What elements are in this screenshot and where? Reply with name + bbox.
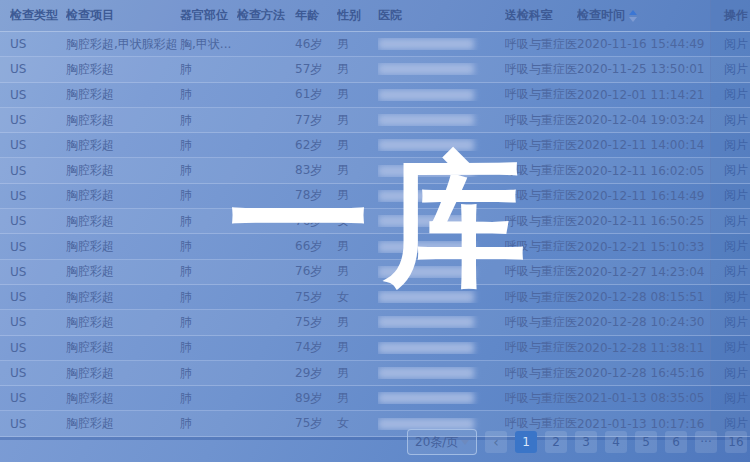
page-button-4[interactable]: 4 [605,431,627,453]
cell-op: 阅片 [710,133,750,157]
column-header-label: 检查方法 [237,7,285,24]
page-button-6[interactable]: 6 [665,431,687,453]
cell-organ: 肺 [180,187,237,204]
view-film-link[interactable]: 阅片 [724,162,748,179]
page-button-1[interactable]: 1 [515,431,537,453]
cell-op: 阅片 [710,310,750,334]
cell-hospital [378,291,505,303]
view-film-link[interactable]: 阅片 [724,289,748,306]
column-header-dept: 送检科室 [505,7,577,24]
page-ellipsis[interactable]: ··· [695,431,717,453]
view-film-link[interactable]: 阅片 [724,112,748,129]
cell-item: 胸腔彩超 [66,162,180,179]
cell-op: 阅片 [710,184,750,208]
cell-organ: 肺 [180,289,237,306]
view-film-link[interactable]: 阅片 [724,390,748,407]
sort-icon[interactable] [629,10,637,22]
table-row: US胸腔彩超肺61岁男呼吸与重症医...2020-12-01 11:14:21阅… [0,83,750,108]
view-film-link[interactable]: 阅片 [724,187,748,204]
cell-hospital [378,392,505,404]
cell-organ: 肺 [180,213,237,230]
column-header-hospital: 医院 [378,7,505,24]
cell-time: 2021-01-13 08:35:05 [577,391,710,405]
cell-age: 66岁 [295,238,337,255]
cell-time: 2020-12-28 08:15:51 [577,290,710,304]
cell-age: 76岁 [295,213,337,230]
table-body: US胸腔彩超,甲状腺彩超胸,甲状...46岁男呼吸与重症医...2020-11-… [0,32,750,440]
cell-item: 胸腔彩超,甲状腺彩超 [66,36,180,53]
column-header-label: 检查项目 [66,7,114,24]
page-size-select[interactable]: 20条/页 [407,429,477,455]
view-film-link[interactable]: 阅片 [724,238,748,255]
cell-item: 胸腔彩超 [66,339,180,356]
view-film-link[interactable]: 阅片 [724,365,748,382]
view-film-link[interactable]: 阅片 [724,339,748,356]
cell-organ: 肺 [180,390,237,407]
view-film-link[interactable]: 阅片 [724,213,748,230]
redacted-hospital-blur [378,316,474,328]
redacted-hospital-blur [378,291,474,303]
table-row: US胸腔彩超,甲状腺彩超胸,甲状...46岁男呼吸与重症医...2020-11-… [0,32,750,57]
cell-dept: 呼吸与重症医... [505,289,577,306]
cell-type: US [10,341,66,355]
cell-age: 75岁 [295,415,337,432]
cell-item: 胸腔彩超 [66,314,180,331]
cell-hospital [378,418,505,430]
cell-item: 胸腔彩超 [66,112,180,129]
cell-type: US [10,265,66,279]
view-film-link[interactable]: 阅片 [724,263,748,280]
cell-dept: 呼吸与重症医... [505,112,577,129]
redacted-hospital-blur [378,38,474,50]
page-button-2[interactable]: 2 [545,431,567,453]
cell-hospital [378,266,505,278]
cell-gender: 女 [337,415,378,432]
cell-dept: 呼吸与重症医... [505,61,577,78]
cell-gender: 男 [337,238,378,255]
column-header-type: 检查类型 [10,7,66,24]
view-film-link[interactable]: 阅片 [724,61,748,78]
redacted-hospital-blur [378,165,474,177]
sort-asc-icon[interactable] [629,10,637,15]
cell-age: 29岁 [295,365,337,382]
cell-item: 胸腔彩超 [66,213,180,230]
page-button-5[interactable]: 5 [635,431,657,453]
column-header-label: 性别 [337,7,361,24]
cell-gender: 女 [337,213,378,230]
column-header-time[interactable]: 检查时间 [577,7,710,24]
cell-hospital [378,139,505,151]
cell-hospital [378,89,505,101]
cell-organ: 肺 [180,112,237,129]
view-film-link[interactable]: 阅片 [724,137,748,154]
view-film-link[interactable]: 阅片 [724,36,748,53]
cell-organ: 肺 [180,415,237,432]
table-row: US胸腔彩超肺89岁男呼吸与重症医...2021-01-13 08:35:05阅… [0,386,750,411]
page-button-3[interactable]: 3 [575,431,597,453]
cell-type: US [10,88,66,102]
cell-op: 阅片 [710,108,750,132]
prev-page-button[interactable]: ‹ [485,431,507,453]
table-row: US胸腔彩超肺75岁男呼吸与重症医...2020-12-28 10:24:30阅… [0,310,750,335]
cell-time: 2020-12-11 16:14:49 [577,189,710,203]
cell-gender: 男 [337,365,378,382]
column-header-label: 年龄 [295,7,319,24]
cell-hospital [378,316,505,328]
cell-item: 胸腔彩超 [66,137,180,154]
cell-time: 2020-11-16 15:44:49 [577,37,710,51]
cell-gender: 男 [337,61,378,78]
column-header-label: 器官部位 [180,7,228,24]
cell-op: 阅片 [710,386,750,410]
view-film-link[interactable]: 阅片 [724,314,748,331]
column-header-label: 操作 [724,7,748,24]
cell-op: 阅片 [710,361,750,385]
cell-age: 61岁 [295,86,337,103]
exam-table: 检查类型检查项目器官部位检查方法年龄性别医院送检科室检查时间操作 US胸腔彩超,… [0,0,750,440]
page-button-16[interactable]: 16 [725,431,747,453]
cell-time: 2020-12-28 10:24:30 [577,315,710,329]
cell-gender: 男 [337,263,378,280]
cell-age: 75岁 [295,289,337,306]
cell-item: 胸腔彩超 [66,390,180,407]
cell-hospital [378,114,505,126]
view-film-link[interactable]: 阅片 [724,86,748,103]
column-header-age: 年龄 [295,7,337,24]
sort-desc-icon[interactable] [629,17,637,22]
